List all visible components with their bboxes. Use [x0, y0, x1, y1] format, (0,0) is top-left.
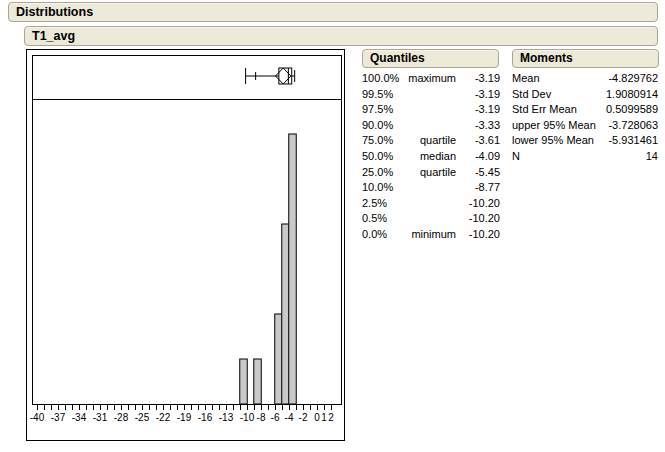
quantile-row: 50.0%median-4.09: [362, 149, 500, 165]
moment-row: Std Dev1.9080914: [512, 87, 658, 103]
quantile-qval: -3.19: [456, 102, 500, 118]
moment-row: lower 95% Mean-5.931461: [512, 133, 658, 149]
variable-header-label: T1_avg: [32, 29, 75, 43]
moment-label: N: [512, 149, 520, 165]
quantile-qpct: 10.0%: [362, 180, 404, 196]
axis-label[interactable]: -31: [93, 412, 108, 423]
quantile-qval: -3.19: [456, 71, 500, 87]
axis-label[interactable]: -37: [51, 412, 66, 423]
axis-label[interactable]: -25: [135, 412, 150, 423]
moment-label: upper 95% Mean: [512, 118, 596, 134]
moment-row: Std Err Mean0.5099589: [512, 102, 658, 118]
moment-label: Std Err Mean: [512, 102, 577, 118]
quantile-row: 0.0%minimum-10.20: [362, 227, 500, 243]
variable-header[interactable]: T1_avg: [24, 26, 658, 46]
quantile-row: 0.5%-10.20: [362, 211, 500, 227]
histogram-bar[interactable]: [240, 359, 248, 404]
quantile-qpct: 0.0%: [362, 227, 404, 243]
quantile-qpct: 50.0%: [362, 149, 404, 165]
axis-label[interactable]: -2: [299, 412, 308, 423]
quantile-qpct: 25.0%: [362, 165, 404, 181]
moment-value: -3.728063: [608, 118, 658, 134]
quantile-row: 2.5%-10.20: [362, 196, 500, 212]
quantile-qval: -10.20: [456, 227, 500, 243]
moments-header-label: Moments: [520, 51, 573, 65]
quantile-qval: -3.61: [456, 133, 500, 149]
axis-label[interactable]: -34: [72, 412, 87, 423]
quantile-qpct: 0.5%: [362, 211, 404, 227]
moments-table: Mean-4.829762Std Dev1.9080914Std Err Mea…: [512, 71, 658, 165]
axis-label[interactable]: -16: [198, 412, 213, 423]
axis-label[interactable]: -8: [257, 412, 266, 423]
quantile-qval: -8.77: [456, 180, 500, 196]
axis-label[interactable]: 0: [314, 412, 320, 423]
histogram-svg: -40-37-34-31-28-25-22-19-16-13-10-8-6-4-…: [27, 50, 344, 440]
quantile-row: 100.0%maximum-3.19: [362, 71, 500, 87]
quantile-qval: -10.20: [456, 196, 500, 212]
quantile-row: 99.5%-3.19: [362, 87, 500, 103]
axis-label[interactable]: -6: [271, 412, 280, 423]
quantile-qname: quartile: [404, 133, 456, 149]
quantile-qname: [404, 196, 456, 212]
axis-label[interactable]: -40: [30, 412, 45, 423]
quantiles-table: 100.0%maximum-3.1999.5%-3.1997.5%-3.1990…: [362, 71, 500, 243]
quantile-qpct: 97.5%: [362, 102, 404, 118]
histogram-bar[interactable]: [282, 224, 290, 404]
moment-row: N14: [512, 149, 658, 165]
quantile-qpct: 2.5%: [362, 196, 404, 212]
quantile-qname: [404, 87, 456, 103]
axis-label[interactable]: -13: [219, 412, 234, 423]
quantile-row: 97.5%-3.19: [362, 102, 500, 118]
histogram-panel: -40-37-34-31-28-25-22-19-16-13-10-8-6-4-…: [26, 49, 345, 441]
quantiles-header[interactable]: Quantiles: [362, 49, 499, 68]
distributions-header[interactable]: Distributions: [8, 2, 658, 22]
quantile-qval: -3.33: [456, 118, 500, 134]
moment-label: lower 95% Mean: [512, 133, 594, 149]
quantile-qname: [404, 118, 456, 134]
axis-label[interactable]: -19: [177, 412, 192, 423]
quantile-qval: -4.09: [456, 149, 500, 165]
moment-value: -5.931461: [608, 133, 658, 149]
quantiles-header-label: Quantiles: [370, 51, 425, 65]
quantile-qpct: 90.0%: [362, 118, 404, 134]
quantile-qpct: 100.0%: [362, 71, 404, 87]
moment-value: -4.829762: [608, 71, 658, 87]
moment-value: 14: [646, 149, 658, 165]
quantile-qpct: 99.5%: [362, 87, 404, 103]
moment-row: upper 95% Mean-3.728063: [512, 118, 658, 134]
quantile-qval: -3.19: [456, 87, 500, 103]
moment-value: 1.9080914: [606, 87, 658, 103]
quantile-qname: [404, 180, 456, 196]
moment-value: 0.5099589: [606, 102, 658, 118]
moments-header[interactable]: Moments: [512, 49, 659, 68]
quantile-qname: [404, 211, 456, 227]
axis-label[interactable]: -4: [285, 412, 294, 423]
axis-label[interactable]: 1: [321, 412, 327, 423]
quantile-qname: minimum: [404, 227, 456, 243]
histogram-bar[interactable]: [254, 359, 262, 404]
axis-label[interactable]: 2: [328, 412, 334, 423]
histogram-bar[interactable]: [275, 314, 283, 404]
histogram-bar[interactable]: [289, 134, 297, 404]
quantile-qname: maximum: [404, 71, 456, 87]
quantile-row: 75.0%quartile-3.61: [362, 133, 500, 149]
moment-label: Mean: [512, 71, 540, 87]
moment-row: Mean-4.829762: [512, 71, 658, 87]
axis-label[interactable]: -22: [156, 412, 171, 423]
quantile-qval: -5.45: [456, 165, 500, 181]
distributions-header-label: Distributions: [16, 5, 93, 19]
quantile-qname: [404, 102, 456, 118]
quantile-row: 90.0%-3.33: [362, 118, 500, 134]
axis-label[interactable]: -28: [114, 412, 129, 423]
quantile-qname: quartile: [404, 165, 456, 181]
moment-label: Std Dev: [512, 87, 551, 103]
quantile-row: 10.0%-8.77: [362, 180, 500, 196]
quantile-qname: median: [404, 149, 456, 165]
quantile-qval: -10.20: [456, 211, 500, 227]
axis-label[interactable]: -10: [240, 412, 255, 423]
quantile-row: 25.0%quartile-5.45: [362, 165, 500, 181]
quantile-qpct: 75.0%: [362, 133, 404, 149]
